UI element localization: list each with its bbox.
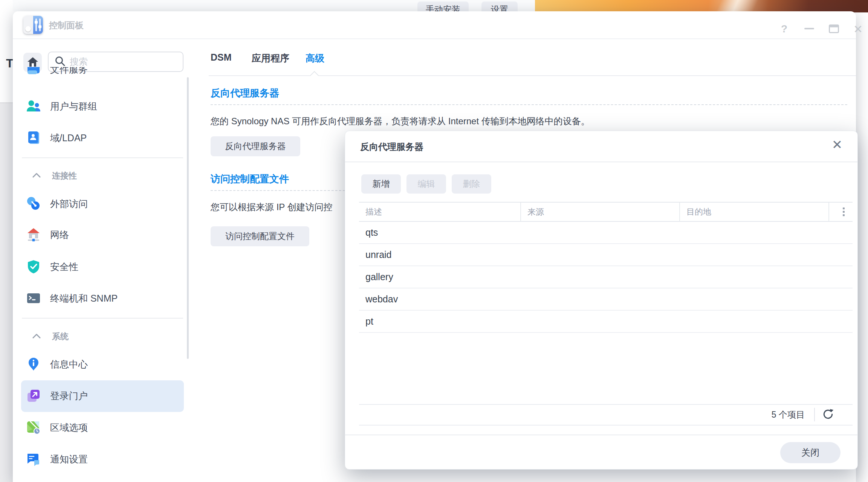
notification-icon (26, 452, 41, 466)
active-tab-notch (310, 71, 319, 80)
close-dialog-button[interactable]: 关闭 (780, 442, 840, 463)
column-header-description[interactable]: 描述 (359, 203, 521, 221)
tab-underline (209, 75, 856, 76)
sidebar-section-connectivity[interactable]: 连接性 (32, 168, 176, 183)
column-header-destination[interactable]: 目的地 (680, 203, 829, 221)
settings-button[interactable]: 设置 (481, 2, 518, 11)
sidebar-item-users-groups[interactable]: 用户与群组 (26, 96, 185, 116)
sidebar-item-file-services[interactable]: 文件服务 (26, 67, 185, 84)
sidebar-divider (22, 318, 183, 319)
refresh-icon (822, 408, 834, 422)
dialog-divider (345, 162, 857, 162)
desktop-wallpaper (535, 0, 868, 12)
info-center-icon (26, 357, 41, 371)
tab-advanced[interactable]: 高级 (306, 52, 324, 64)
column-header-source[interactable]: 来源 (521, 203, 680, 221)
sidebar-divider (22, 157, 183, 158)
dialog-title: 反向代理服务器 (360, 141, 423, 153)
sidebar-item-info-center[interactable]: 信息中心 (26, 354, 185, 374)
users-groups-icon (26, 99, 41, 113)
reverse-proxy-description: 您的 Synology NAS 可用作反向代理服务器，负责将请求从 Intern… (211, 115, 590, 127)
table-header: 描述 来源 目的地 (359, 202, 853, 222)
reverse-proxy-dialog: 反向代理服务器 ✕ 新增 编辑 删除 描述 来源 目的地 qts unraid (345, 131, 858, 470)
window-title: 控制面板 (49, 20, 84, 31)
refresh-button[interactable] (821, 407, 836, 423)
dialog-close-icon[interactable]: ✕ (830, 138, 844, 151)
pagination-divider (359, 404, 853, 405)
sidebar-item-notification-settings[interactable]: 通知设置 (26, 449, 185, 469)
minimize-icon[interactable] (804, 28, 814, 29)
pagination-separator (814, 408, 815, 421)
home-icon (27, 56, 38, 69)
file-services-icon (26, 67, 41, 76)
domain-ldap-icon (26, 131, 41, 145)
column-menu-cell[interactable] (829, 203, 852, 221)
sidebar-item-login-portal[interactable]: 登录门户 (26, 386, 185, 406)
background-window-strip: T (0, 0, 13, 482)
manual-install-button[interactable]: 手动安装 (417, 2, 469, 11)
background-tab-label: T (6, 56, 14, 70)
external-access-icon (26, 197, 41, 211)
delete-button[interactable]: 删除 (452, 174, 491, 194)
kebab-menu-icon (843, 207, 845, 216)
background-panel (0, 102, 13, 482)
section-heading-access-control[interactable]: 访问控制配置文件 (211, 172, 289, 186)
desktop: T 手动安装 设置 控制面板 ? ✕ (0, 0, 868, 482)
sidebar-item-domain-ldap[interactable]: 域/LDAP (26, 128, 185, 148)
close-icon[interactable]: ✕ (853, 24, 863, 35)
login-portal-icon (26, 389, 41, 403)
control-panel-app-icon (23, 16, 43, 34)
access-control-button[interactable]: 访问控制配置文件 (211, 226, 309, 246)
table-row[interactable]: pt (359, 311, 853, 333)
chevron-up-icon (32, 333, 41, 340)
maximize-icon[interactable] (829, 24, 839, 35)
pagination-divider (359, 425, 853, 426)
chevron-up-icon (32, 172, 41, 179)
sidebar-section-system[interactable]: 系统 (32, 329, 176, 344)
titlebar-divider (13, 38, 856, 39)
regional-options-icon (26, 420, 41, 435)
reverse-proxy-button[interactable]: 反向代理服务器 (211, 136, 300, 156)
dialog-footer-divider (345, 435, 857, 435)
item-count-label: 5 个项目 (359, 409, 805, 421)
add-button[interactable]: 新增 (361, 174, 401, 194)
table-row[interactable]: qts (359, 222, 853, 244)
tab-dsm[interactable]: DSM (211, 52, 232, 63)
section-heading-reverse-proxy[interactable]: 反向代理服务器 (211, 87, 279, 100)
tab-applications[interactable]: 应用程序 (252, 52, 289, 64)
help-icon[interactable]: ? (781, 23, 787, 35)
table-row[interactable]: unraid (359, 244, 853, 266)
sidebar-item-terminal-snmp[interactable]: 终端机和 SNMP (26, 288, 185, 308)
search-icon (55, 56, 65, 68)
terminal-icon (26, 291, 41, 305)
sidebar-scrollbar[interactable] (187, 77, 189, 359)
sidebar-item-external-access[interactable]: 外部访问 (26, 194, 185, 214)
section-divider (211, 104, 847, 105)
table-row[interactable]: webdav (359, 288, 853, 311)
sidebar-item-regional-options[interactable]: 区域选项 (26, 418, 185, 437)
network-icon (26, 227, 41, 242)
access-control-description: 您可以根据来源 IP 创建访问控 (211, 201, 333, 213)
table-row[interactable]: gallery (359, 266, 853, 288)
sidebar-item-security[interactable]: 安全性 (26, 257, 185, 276)
sidebar-item-network[interactable]: 网络 (26, 225, 185, 244)
background-toolbar: 手动安装 设置 (13, 0, 535, 11)
edit-button[interactable]: 编辑 (406, 174, 446, 194)
security-shield-icon (26, 259, 41, 274)
search-input[interactable] (70, 56, 171, 67)
